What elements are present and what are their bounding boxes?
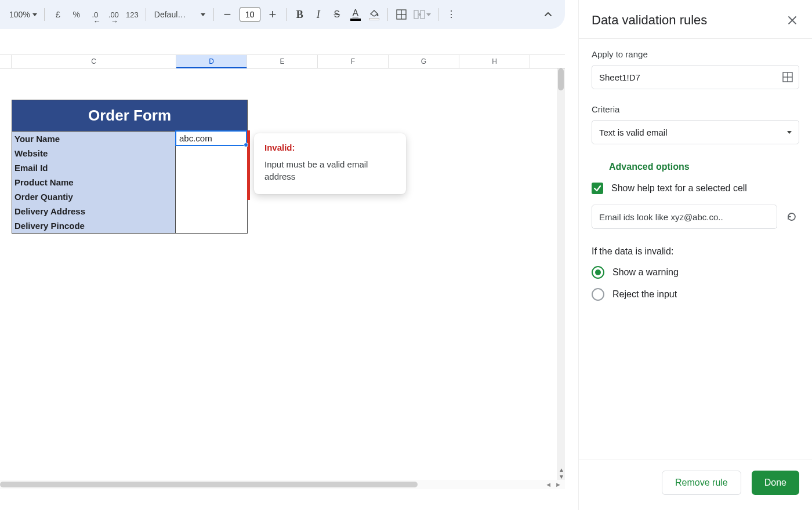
radio-dot-icon	[595, 269, 601, 275]
decrease-decimal-button[interactable]: .0←	[86, 6, 104, 23]
column-header-d[interactable]: D	[176, 55, 247, 68]
refresh-icon	[786, 211, 798, 223]
scrollbar-thumb[interactable]	[0, 482, 418, 487]
column-header-c[interactable]: C	[12, 55, 176, 68]
format-percent-button[interactable]: %	[68, 6, 85, 23]
toolbar-separator	[146, 8, 146, 21]
select-range-button[interactable]	[782, 72, 793, 82]
fill-color-button[interactable]	[365, 6, 383, 23]
form-label: Website	[12, 146, 176, 161]
radio-show-warning[interactable]: Show a warning	[592, 266, 799, 279]
data-validation-sidebar: Data validation rules Apply to range She…	[578, 0, 812, 510]
cell[interactable]	[176, 218, 247, 233]
form-row-pincode: Delivery Pincode	[12, 218, 247, 233]
form-label: Delivery Pincode	[12, 218, 176, 233]
close-icon	[788, 16, 797, 25]
toolbar: 100% £ % .0← .00→ 123 Defaul… − + B I S …	[0, 0, 565, 29]
horizontal-scrollbar[interactable]: ◄ ►	[0, 480, 565, 489]
column-headers: C D E F G H	[0, 54, 565, 68]
invalid-data-label: If the data is invalid:	[592, 246, 799, 257]
tooltip-title: Invalid:	[264, 143, 396, 152]
scrollbar-thumb[interactable]	[558, 68, 564, 90]
strikethrough-button[interactable]: S	[328, 6, 346, 23]
scroll-down-arrow-icon[interactable]: ▼	[559, 473, 564, 480]
decrease-font-size-button[interactable]: −	[219, 6, 236, 23]
column-header-h[interactable]: H	[459, 55, 530, 68]
font-size-group: − +	[219, 6, 281, 23]
scroll-up-arrow-icon[interactable]: ▲	[559, 467, 564, 473]
criteria-dropdown[interactable]: Text is valid email	[592, 120, 799, 144]
fill-color-icon	[369, 9, 379, 20]
text-color-icon: A	[350, 9, 361, 21]
reset-help-text-button[interactable]	[784, 209, 799, 224]
spreadsheet-grid[interactable]: Order Form Your Name Website Email Id Pr…	[0, 68, 565, 481]
advanced-options-toggle[interactable]: Advanced options	[609, 162, 799, 172]
header-corner[interactable]	[0, 55, 12, 68]
merge-cells-button[interactable]	[411, 6, 433, 23]
increase-font-size-button[interactable]: +	[264, 6, 281, 23]
column-header-e[interactable]: E	[247, 55, 318, 68]
sidebar-body: Apply to range Sheet1!D7 Criteria Text i…	[579, 39, 812, 460]
chevron-up-icon	[543, 10, 553, 19]
show-help-text-checkbox-row[interactable]: Show help text for a selected cell	[592, 183, 799, 194]
increase-decimal-button[interactable]: .00→	[105, 6, 122, 23]
criteria-value: Text is valid email	[599, 128, 668, 137]
more-toolbar-button[interactable]: ⋮	[443, 6, 461, 23]
italic-button[interactable]: I	[310, 6, 327, 23]
help-text-value: Email ids look like xyz@abc.co..	[599, 212, 723, 222]
bold-button[interactable]: B	[291, 6, 309, 23]
form-label: Product Name	[12, 175, 176, 190]
toolbar-separator	[438, 8, 438, 21]
column-header-f[interactable]: F	[318, 55, 389, 68]
cell[interactable]	[176, 204, 247, 218]
apply-range-input[interactable]: Sheet1!D7	[592, 65, 799, 89]
remove-rule-button[interactable]: Remove rule	[662, 471, 741, 495]
done-label: Done	[764, 478, 786, 488]
svg-rect-4	[414, 10, 418, 19]
form-title: Order Form	[12, 100, 247, 132]
format-currency-button[interactable]: £	[49, 6, 67, 23]
help-text-input[interactable]: Email ids look like xyz@abc.co..	[592, 205, 777, 229]
vertical-scrollbar[interactable]: ▲ ▼	[557, 68, 565, 481]
more-formats-button[interactable]: 123	[124, 6, 141, 23]
form-label: Order Quantiy	[12, 190, 176, 204]
close-sidebar-button[interactable]	[785, 13, 799, 27]
check-icon	[593, 184, 601, 192]
form-row-product: Product Name	[12, 175, 247, 190]
done-button[interactable]: Done	[752, 471, 799, 495]
show-help-text-label: Show help text for a selected cell	[611, 183, 747, 194]
collapse-toolbar-button[interactable]	[539, 6, 557, 23]
sidebar-title: Data validation rules	[592, 13, 707, 28]
zoom-dropdown[interactable]: 100%	[7, 6, 39, 23]
increase-decimal-icon: .00→	[108, 10, 119, 19]
scroll-left-arrow-icon[interactable]: ◄	[545, 481, 552, 488]
zoom-value: 100%	[9, 10, 30, 19]
radio-reject-input[interactable]: Reject the input	[592, 288, 799, 301]
apply-range-label: Apply to range	[592, 49, 799, 59]
order-form: Order Form Your Name Website Email Id Pr…	[12, 100, 248, 234]
font-size-input[interactable]	[240, 7, 260, 22]
radio-checked[interactable]	[592, 266, 604, 279]
cell-email[interactable]	[176, 161, 247, 175]
percent-icon: %	[73, 10, 80, 19]
checkbox-checked[interactable]	[592, 183, 603, 194]
form-row-website: Website	[12, 146, 247, 161]
cell[interactable]	[176, 175, 247, 190]
text-color-button[interactable]: A	[347, 6, 364, 23]
selection-handle[interactable]	[244, 143, 248, 147]
svg-rect-5	[420, 10, 425, 19]
bold-icon: B	[296, 9, 303, 21]
grid-icon	[782, 72, 793, 82]
borders-icon	[396, 9, 407, 20]
radio-unchecked[interactable]	[592, 288, 604, 301]
form-row-address: Delivery Address	[12, 204, 247, 218]
font-family-dropdown[interactable]: Defaul…	[151, 6, 209, 23]
strikethrough-icon: S	[334, 9, 340, 20]
num-format-icon: 123	[126, 10, 139, 19]
cell[interactable]	[176, 146, 247, 161]
cell[interactable]	[176, 190, 247, 204]
scroll-right-arrow-icon[interactable]: ►	[555, 481, 561, 488]
borders-button[interactable]	[393, 6, 410, 23]
selected-cell-d7[interactable]: abc.com	[175, 130, 247, 146]
column-header-g[interactable]: G	[389, 55, 459, 68]
